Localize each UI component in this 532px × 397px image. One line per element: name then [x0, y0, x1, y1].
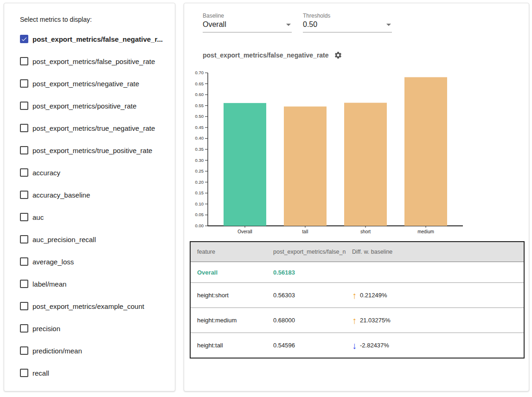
table-header: featurepost_export_metrics/false_negativ…: [190, 242, 524, 262]
metric-checkbox-item[interactable]: post_export_metrics/negative_rate: [4, 72, 175, 95]
controls-row: Baseline Overall Thresholds 0.50: [203, 13, 392, 32]
metric-label: recall: [32, 369, 49, 377]
metric-label: prediction/mean: [32, 347, 82, 355]
chart-title: post_export_metrics/false_negative_rate: [203, 51, 329, 59]
bar-chart: 0.000.050.100.150.200.250.300.350.400.45…: [194, 68, 473, 236]
value-cell: 0.68000: [267, 308, 346, 333]
table-row: height:medium0.68000↑21.03275%: [190, 308, 524, 333]
chevron-down-icon: [386, 24, 391, 26]
metric-checkbox-item[interactable]: post_export_metrics/true_negative_rate: [4, 117, 175, 139]
checkbox-unchecked-icon[interactable]: [20, 146, 28, 154]
arrow-down-icon: ↓: [352, 341, 357, 350]
x-axis-tick-label: tall: [302, 229, 308, 234]
baseline-value: Overall: [203, 20, 226, 29]
metric-label: post_export_metrics/negative_rate: [32, 80, 139, 88]
y-axis-tick-label: 0.55: [195, 103, 204, 108]
metric-checkbox-item[interactable]: post_export_metrics/false_positive_rate: [4, 50, 175, 72]
metric-checkbox-item[interactable]: auc: [4, 206, 175, 228]
bar-medium[interactable]: [404, 77, 447, 226]
checkbox-unchecked-icon[interactable]: [20, 257, 28, 266]
thresholds-dropdown[interactable]: Thresholds 0.50: [303, 13, 392, 32]
metric-label: auc_precision_recall: [32, 236, 96, 243]
y-axis-tick-label: 0.35: [195, 147, 204, 152]
metric-checkbox-item[interactable]: post_export_metrics/example_count: [4, 295, 175, 317]
chevron-down-icon: [286, 24, 291, 26]
table-row: height:tall0.54596↓-2.82437%: [190, 333, 524, 359]
checkbox-unchecked-icon[interactable]: [20, 346, 28, 355]
metric-label: accuracy: [32, 169, 60, 177]
diff-cell: ↑21.03275%: [346, 308, 524, 333]
metric-checkbox-item[interactable]: accuracy_baseline: [4, 184, 175, 206]
feature-cell: height:tall: [190, 333, 267, 359]
metric-list: post_export_metrics/false_negative_r...p…: [4, 28, 175, 384]
feature-cell: height:medium: [190, 308, 267, 333]
value-cell: 0.54596: [267, 333, 346, 359]
checkbox-unchecked-icon[interactable]: [20, 324, 28, 333]
metric-checkbox-item[interactable]: post_export_metrics/true_positive_rate: [4, 139, 175, 161]
x-axis-tick-label: short: [360, 229, 371, 234]
checkbox-unchecked-icon[interactable]: [20, 369, 28, 377]
metric-checkbox-item[interactable]: precision: [4, 317, 175, 339]
arrow-up-icon: ↑: [352, 291, 357, 300]
checkbox-unchecked-icon[interactable]: [20, 57, 28, 65]
y-axis-tick-label: 0.30: [195, 158, 204, 163]
metric-label: post_export_metrics/false_negative_r...: [32, 35, 163, 43]
metric-label: post_export_metrics/positive_rate: [32, 102, 136, 110]
diff-value: 21.03275%: [360, 317, 391, 324]
thresholds-label: Thresholds: [303, 13, 392, 19]
metric-checkbox-item[interactable]: auc_precision_recall: [4, 228, 175, 250]
checkbox-checked-icon[interactable]: [20, 35, 28, 43]
checkbox-unchecked-icon[interactable]: [20, 124, 28, 132]
chart-header: post_export_metrics/false_negative_rate: [203, 51, 342, 59]
y-axis-tick-label: 0.65: [195, 81, 204, 86]
metric-checkbox-item[interactable]: label/mean: [4, 273, 175, 295]
gear-icon[interactable]: [334, 51, 342, 59]
feature-cell: Overall: [190, 262, 267, 283]
checkbox-unchecked-icon[interactable]: [20, 302, 28, 310]
baseline-dropdown[interactable]: Baseline Overall: [203, 13, 292, 32]
diff-cell: [346, 262, 524, 283]
metric-label: accuracy_baseline: [32, 191, 90, 199]
y-axis-tick-label: 0.00: [195, 223, 204, 228]
table-row: Overall0.56183: [190, 262, 524, 283]
checkbox-unchecked-icon[interactable]: [20, 168, 28, 177]
metric-label: post_export_metrics/example_count: [32, 302, 144, 310]
metric-label: auc: [32, 213, 44, 221]
y-axis-tick-label: 0.60: [195, 92, 204, 97]
y-axis-tick-label: 0.10: [195, 201, 204, 206]
sidebar-title: Select metrics to display:: [20, 16, 175, 23]
metric-checkbox-item[interactable]: post_export_metrics/false_negative_r...: [4, 28, 175, 50]
table-header-cell: post_export_metrics/false_negative_rat..…: [267, 242, 346, 262]
metric-checkbox-item[interactable]: accuracy: [4, 161, 175, 184]
metric-checkbox-item[interactable]: prediction/mean: [4, 339, 175, 362]
bar-short[interactable]: [344, 103, 387, 226]
bar-tall[interactable]: [284, 107, 327, 226]
table-header-cell: Diff. w. baseline: [346, 242, 524, 262]
checkbox-unchecked-icon[interactable]: [20, 102, 28, 110]
metric-checkbox-item[interactable]: average_loss: [4, 250, 175, 273]
metric-label: average_loss: [32, 258, 74, 266]
y-axis-tick-label: 0.15: [195, 190, 204, 195]
diff-cell: ↑0.21249%: [346, 283, 524, 308]
y-axis-tick-label: 0.40: [195, 135, 204, 141]
metric-checkbox-item[interactable]: post_export_metrics/positive_rate: [4, 95, 175, 117]
metric-label: post_export_metrics/false_positive_rate: [32, 58, 155, 65]
value-cell: 0.56303: [267, 283, 346, 308]
y-axis-tick-label: 0.20: [195, 179, 204, 185]
x-axis-tick-label: Overall: [237, 229, 252, 234]
checkbox-unchecked-icon[interactable]: [20, 235, 28, 243]
metric-label: label/mean: [32, 280, 66, 288]
bar-Overall[interactable]: [224, 103, 266, 226]
metric-label: precision: [32, 325, 60, 333]
checkbox-unchecked-icon[interactable]: [20, 79, 28, 88]
metrics-panel: Baseline Overall Thresholds 0.50 post_ex…: [184, 3, 529, 391]
feature-cell: height:short: [190, 283, 267, 308]
checkbox-unchecked-icon[interactable]: [20, 213, 28, 221]
metrics-table: featurepost_export_metrics/false_negativ…: [190, 241, 525, 359]
table-row: height:short0.56303↑0.21249%: [190, 283, 524, 308]
checkbox-unchecked-icon[interactable]: [20, 191, 28, 199]
metric-checkbox-item[interactable]: recall: [4, 362, 175, 384]
checkbox-unchecked-icon[interactable]: [20, 280, 28, 288]
diff-value: -2.82437%: [360, 342, 389, 349]
arrow-up-icon: ↑: [352, 316, 357, 325]
